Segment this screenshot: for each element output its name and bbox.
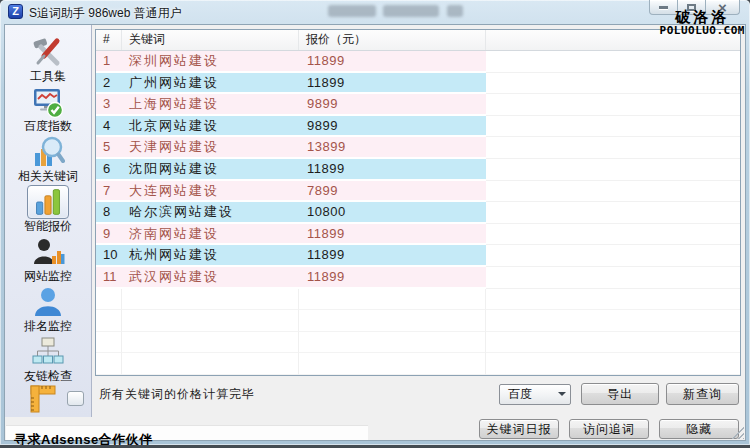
row-index: 11 (96, 267, 122, 289)
row-keyword: 杭州网站建设 (122, 245, 299, 267)
sidebar-bottom-row (5, 383, 91, 417)
row-filler (486, 267, 740, 289)
visit-zhuici-button[interactable]: 访问追词 (569, 419, 649, 439)
sidebar-item-related-keywords[interactable]: 相关关键词 (5, 133, 91, 183)
smart-quote-icon (32, 187, 64, 217)
row-price: 11899 (299, 267, 486, 289)
row-keyword: 武汉网站建设 (122, 267, 299, 289)
export-button[interactable]: 导出 (581, 383, 659, 405)
table-row[interactable]: 6 沈阳网站建设 11899 (96, 159, 740, 181)
row-filler (486, 181, 740, 203)
chevron-down-icon (554, 388, 570, 400)
redacted-blur (328, 5, 376, 17)
row-filler (486, 73, 740, 95)
maximize-icon (687, 4, 696, 11)
table-header: # 关键词 报价（元） (96, 30, 740, 51)
row-index: 9 (96, 224, 122, 246)
column-header-price[interactable]: 报价（元） (299, 30, 486, 50)
keyword-price-table: # 关键词 报价（元） 1 深圳网站建设 11899 2 广州网站建设 1189… (95, 29, 741, 376)
column-header-index[interactable]: # (96, 30, 122, 50)
new-query-button[interactable]: 新查询 (666, 383, 739, 405)
status-message: 所有关键词的价格计算完毕 (99, 386, 255, 403)
redacted-blur (447, 5, 463, 17)
row-index: 2 (96, 73, 122, 95)
sidebar-item-smart-quote[interactable]: 智能报价 (5, 183, 91, 233)
row-filler (486, 245, 740, 267)
sidebar-item-rank-monitor[interactable]: 排名监控 (5, 283, 91, 333)
table-row[interactable]: 10 杭州网站建设 11899 (96, 245, 740, 267)
row-filler (486, 51, 740, 73)
row-price: 9899 (299, 116, 486, 138)
row-index: 10 (96, 245, 122, 267)
row-index: 3 (96, 94, 122, 116)
row-filler (486, 224, 740, 246)
sidebar: 工具集 百度指数 (5, 25, 92, 417)
minimize-button[interactable] (649, 0, 678, 15)
row-index: 1 (96, 51, 122, 73)
resize-grip[interactable] (732, 427, 744, 439)
row-price: 11899 (299, 51, 486, 73)
table-row[interactable]: 3 上海网站建设 9899 (96, 94, 740, 116)
row-filler (486, 202, 740, 224)
row-price: 10800 (299, 202, 486, 224)
search-engine-select[interactable]: 百度 (499, 384, 571, 405)
table-row[interactable]: 7 大连网站建设 7899 (96, 181, 740, 203)
table-row[interactable]: 4 北京网站建设 9899 (96, 116, 740, 138)
sidebar-item-toolset[interactable]: 工具集 (5, 33, 91, 83)
keyword-daily-report-button[interactable]: 关键词日报 (479, 419, 559, 439)
sidebar-item-label: 排名监控 (24, 319, 72, 333)
rank-monitor-icon (31, 285, 65, 319)
baidu-index-icon (31, 85, 65, 119)
row-price: 11899 (299, 73, 486, 95)
row-keyword: 深圳网站建设 (122, 51, 299, 73)
table-row[interactable]: 2 广州网站建设 11899 (96, 73, 740, 95)
redacted-blur (383, 5, 439, 17)
table-row[interactable]: 9 济南网站建设 11899 (96, 224, 740, 246)
maximize-button[interactable] (678, 0, 705, 15)
row-filler (486, 116, 740, 138)
table-row[interactable]: 8 哈尔滨网站建设 10800 (96, 202, 740, 224)
client-area: 工具集 百度指数 (4, 24, 746, 441)
sidebar-item-label: 网站监控 (24, 269, 72, 283)
sidebar-item-label: 友链检查 (24, 369, 72, 383)
site-monitor-icon (31, 235, 65, 269)
ruler-icon (27, 383, 57, 413)
row-keyword: 大连网站建设 (122, 181, 299, 203)
table-row[interactable]: 11 武汉网站建设 11899 (96, 267, 740, 289)
ad-text: 寻求Adsense合作伙伴 (14, 431, 153, 445)
ad-banner[interactable]: 寻求Adsense合作伙伴 (6, 425, 368, 440)
app-icon: Z (8, 4, 23, 19)
hide-button[interactable]: 隐藏 (659, 419, 739, 439)
sidebar-item-label: 百度指数 (24, 119, 72, 133)
row-keyword: 济南网站建设 (122, 224, 299, 246)
sidebar-item-label: 智能报价 (24, 219, 72, 233)
row-index: 5 (96, 137, 122, 159)
sidebar-item-label: 相关关键词 (18, 169, 78, 183)
column-header-keyword[interactable]: 关键词 (122, 30, 299, 50)
close-button[interactable]: × (705, 0, 740, 15)
window-title: S追词助手 986web 普通用户 (29, 5, 182, 22)
row-keyword: 北京网站建设 (122, 116, 299, 138)
row-price: 11899 (299, 224, 486, 246)
row-keyword: 天津网站建设 (122, 137, 299, 159)
footer-buttons: 关键词日报 访问追词 隐藏 (479, 419, 739, 441)
related-keywords-icon (31, 135, 65, 169)
row-price: 13899 (299, 137, 486, 159)
table-row[interactable]: 5 天津网站建设 13899 (96, 137, 740, 159)
row-index: 6 (96, 159, 122, 181)
sidebar-checkbox[interactable] (67, 391, 84, 406)
row-index: 4 (96, 116, 122, 138)
table-body: 1 深圳网站建设 11899 2 广州网站建设 11899 3 上海网站建设 9… (96, 51, 740, 375)
row-keyword: 上海网站建设 (122, 94, 299, 116)
sidebar-item-site-monitor[interactable]: 网站监控 (5, 233, 91, 283)
row-price: 11899 (299, 159, 486, 181)
titlebar[interactable]: Z S追词助手 986web 普通用户 × (0, 0, 750, 24)
sidebar-item-baidu-index[interactable]: 百度指数 (5, 83, 91, 133)
table-row[interactable]: 1 深圳网站建设 11899 (96, 51, 740, 73)
empty-row (96, 353, 740, 375)
row-keyword: 沈阳网站建设 (122, 159, 299, 181)
row-filler (486, 94, 740, 116)
sidebar-item-friend-link-check[interactable]: 友链检查 (5, 333, 91, 383)
empty-row (96, 289, 740, 311)
search-engine-selected-value: 百度 (500, 386, 554, 403)
